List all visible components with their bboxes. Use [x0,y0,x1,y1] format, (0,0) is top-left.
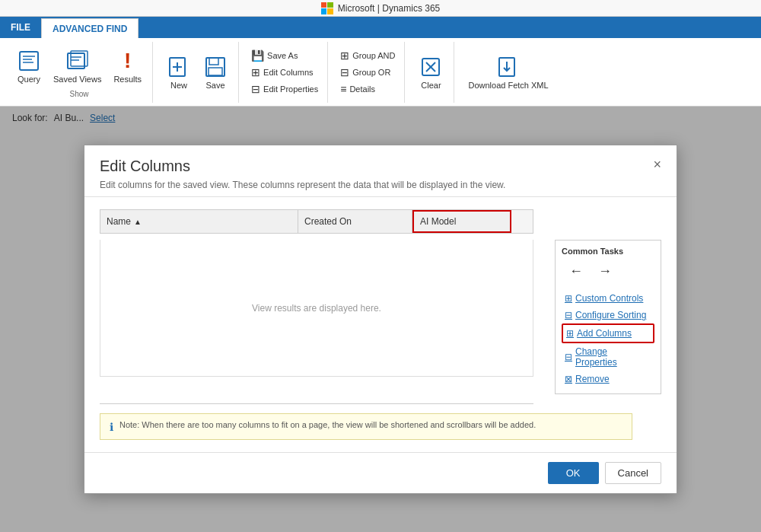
tab-file[interactable]: FILE [0,17,41,38]
ribbon-btn-save[interactable]: Save [199,52,232,93]
ribbon-btn-edit-columns[interactable]: ⊞ Edit Columns [248,65,321,80]
ribbon-group-clear: Clear [408,42,454,103]
save-label: Save [206,81,225,90]
ribbon-btn-results[interactable]: ! Results [109,46,146,87]
task-configure-sorting[interactable]: ⊟ Configure Sorting [562,307,654,323]
ribbon-btn-save-as[interactable]: 💾 Save As [248,48,321,63]
results-icon: ! [116,49,140,73]
tab-advanced-find[interactable]: ADVANCED FIND [41,18,139,38]
new-icon [167,55,191,79]
results-label: Results [113,75,142,84]
columns-table: Name ▲ Created On AI Model [100,209,533,234]
saved-views-icon [65,49,90,73]
ribbon-btn-clear[interactable]: Clear [414,52,447,93]
task-change-properties[interactable]: ⊟ Change Properties [562,343,654,371]
ribbon-group-buttons: ⊞ Group AND ⊟ Group OR ≡ Details [337,48,398,97]
dialog-footer: OK Cancel [84,452,677,493]
ribbon-group-download: Download Fetch XML [457,42,559,103]
ribbon-btn-edit-properties[interactable]: ⊟ Edit Properties [248,81,321,97]
saved-views-label: Saved Views [53,75,101,84]
table-section: View results are displayed here. [100,240,543,394]
ribbon-btn-group-or[interactable]: ⊟ Group OR [337,65,398,80]
nav-arrows: ← → [562,262,654,281]
save-as-label: Save As [267,51,298,60]
add-columns-icon: ⊞ [566,328,574,339]
common-tasks-panel: Common Tasks ← → ⊞ Custom Controls ⊟ Con… [555,240,661,394]
note-box: ℹ Note: When there are too many columns … [100,413,632,440]
group-or-label: Group OR [352,68,390,77]
custom-controls-icon: ⊞ [565,293,572,304]
show-group-label: Show [70,90,89,98]
details-label: Details [349,84,375,94]
common-tasks-title: Common Tasks [562,247,654,256]
col-created-label: Created On [304,216,352,227]
ribbon-btn-saved-views[interactable]: Saved Views [49,46,106,87]
ms-logo [321,2,333,14]
brand-text: Microsoft | Dynamics 365 [338,3,441,14]
add-columns-label: Add Columns [577,328,632,339]
query-icon [17,49,41,73]
task-custom-controls[interactable]: ⊞ Custom Controls [562,290,654,307]
edit-columns-icon: ⊞ [251,66,260,78]
dialog-body: Name ▲ Created On AI Model View results … [84,197,677,452]
dialog-header: Edit Columns Edit columns for the saved … [84,145,677,197]
details-icon: ≡ [340,83,346,95]
nav-arrow-right[interactable]: → [597,262,613,281]
clear-label: Clear [421,81,441,90]
task-remove[interactable]: ⊠ Remove [562,371,654,387]
col-header-ai-model[interactable]: AI Model [412,210,511,233]
empty-view-text: View results are displayed here. [252,303,381,314]
col-name-label: Name [107,216,131,227]
modal-overlay: Edit Columns Edit columns for the saved … [0,107,761,532]
main-area: Look for: AI Bu... Select Edit Columns E… [0,107,761,532]
ribbon: Query Saved Views ! Results Show [0,38,761,107]
new-label: New [170,81,187,90]
cancel-button[interactable]: Cancel [605,462,661,484]
change-properties-label: Change Properties [575,346,651,368]
empty-view: View results are displayed here. [100,240,533,377]
ribbon-tabs: FILE ADVANCED FIND [0,17,761,38]
custom-controls-label: Custom Controls [575,293,643,304]
ribbon-group-show: Query Saved Views ! Results Show [6,42,153,103]
svg-rect-13 [209,68,222,75]
remove-label: Remove [575,374,610,384]
edit-columns-label: Edit Columns [263,68,313,77]
ribbon-btn-details[interactable]: ≡ Details [337,81,398,97]
top-bar: Microsoft | Dynamics 365 [0,0,761,17]
dialog-subtitle: Edit columns for the saved view. These c… [100,180,505,190]
ribbon-group-grouping: ⊞ Group AND ⊟ Group OR ≡ Details [331,42,405,103]
note-icon: ℹ [110,421,113,433]
download-icon [496,55,521,79]
task-add-columns[interactable]: ⊞ Add Columns [562,323,654,343]
svg-rect-12 [209,58,218,65]
clear-icon [419,55,443,79]
col-ai-model-label: AI Model [420,216,456,227]
edit-properties-icon: ⊟ [251,83,260,95]
ok-button[interactable]: OK [548,462,599,484]
ribbon-btn-new[interactable]: New [162,52,196,93]
note-text: Note: When there are too many columns to… [119,420,536,429]
save-icon [203,55,228,79]
brand-label: Microsoft | Dynamics 365 [321,2,441,14]
configure-sorting-icon: ⊟ [565,310,572,320]
ribbon-btn-group-and[interactable]: ⊞ Group AND [337,48,398,63]
configure-sorting-label: Configure Sorting [575,310,646,320]
svg-rect-0 [20,52,38,70]
edit-properties-label: Edit Properties [263,84,318,94]
ribbon-group-records: New Save [156,42,239,103]
sort-arrow: ▲ [134,218,142,226]
col-header-created-on[interactable]: Created On [298,210,412,233]
ribbon-btn-download[interactable]: Download Fetch XML [463,52,552,93]
nav-arrow-left[interactable]: ← [568,262,584,281]
group-and-label: Group AND [352,51,395,60]
ribbon-edit-buttons: 💾 Save As ⊞ Edit Columns ⊟ Edit Properti… [248,48,321,97]
save-as-icon: 💾 [251,49,264,62]
group-or-icon: ⊟ [340,66,349,78]
dialog-header-content: Edit Columns Edit columns for the saved … [100,158,505,190]
dialog-close-button[interactable]: × [653,158,661,171]
ribbon-group-edit: 💾 Save As ⊞ Edit Columns ⊟ Edit Properti… [242,42,328,103]
group-and-icon: ⊞ [340,49,349,62]
col-header-name[interactable]: Name ▲ [100,210,298,233]
ribbon-btn-query[interactable]: Query [12,46,46,87]
edit-columns-dialog: Edit Columns Edit columns for the saved … [84,145,677,494]
